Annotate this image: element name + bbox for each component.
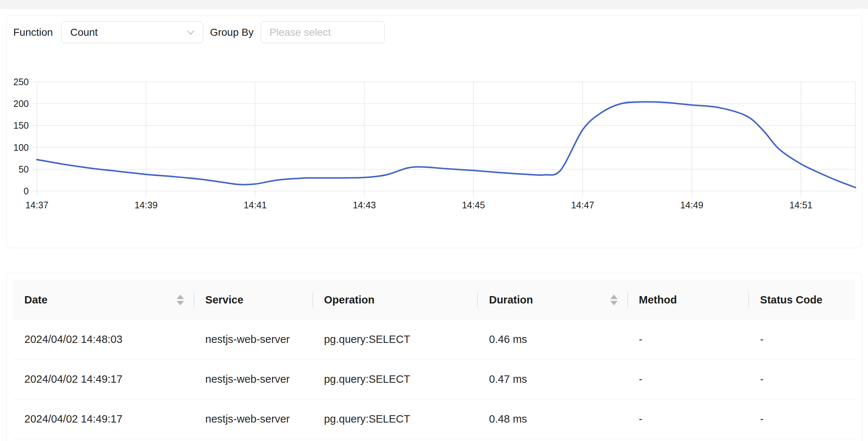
column-header-service: Service [194,280,313,320]
function-select-value: Count [70,27,98,38]
cell-operation: pg.query:SELECT [313,399,478,439]
count-line-chart[interactable]: 05010015020025014:3714:3914:4114:4314:45… [7,16,862,248]
function-select[interactable]: Count [61,21,203,43]
x-axis-tick-label: 14:41 [244,200,267,210]
column-header-label: Date [24,294,48,306]
cell-service: nestjs-web-server [194,360,313,399]
y-axis-tick-label: 200 [13,98,29,109]
column-header-label: Duration [489,294,533,306]
cell-date: 2024/04/02 14:49:17 [13,360,194,399]
y-axis-tick-label: 150 [13,120,29,131]
top-bar [0,0,868,8]
y-axis-tick-label: 50 [18,164,29,174]
cell-date: 2024/04/02 14:48:03 [13,320,194,359]
cell-date: 2024/04/02 14:49:17 [13,399,194,439]
table-row: 2024/04/02 14:49:17nestjs-web-serverpg.q… [13,360,855,399]
traces-table-panel: DateServiceOperationDurationMethodStatus… [6,273,862,441]
table-row: 2024/04/02 14:48:03nestjs-web-serverpg.q… [13,320,855,360]
cell-service: nestjs-web-server [194,320,313,359]
chevron-down-icon [186,28,195,37]
x-axis-tick-label: 14:51 [789,200,813,210]
x-axis-tick-label: 14:47 [571,200,594,210]
function-label: Function [13,27,53,38]
cell-status-code: - [749,360,855,399]
x-axis-tick-label: 14:43 [353,200,376,210]
column-header-label: Service [205,294,243,306]
cell-duration: 0.46 ms [478,320,628,359]
caret-down-icon [610,301,618,305]
column-header-operation: Operation [313,280,478,320]
cell-duration: 0.48 ms [478,399,628,439]
caret-up-icon [610,295,618,299]
table-body: 2024/04/02 14:48:03nestjs-web-serverpg.q… [13,320,855,439]
cell-method: - [628,360,749,399]
cell-operation: pg.query:SELECT [313,320,478,359]
group-by-placeholder: Please select [270,27,331,38]
sorter-icon[interactable] [177,295,184,305]
y-axis-tick-label: 0 [24,186,29,196]
cell-status-code: - [749,399,855,439]
x-axis-tick-label: 14:37 [25,200,49,210]
chart-panel: 05010015020025014:3714:3914:4114:4314:45… [6,15,862,248]
cell-operation: pg.query:SELECT [313,360,478,399]
cell-method: - [628,320,749,359]
caret-down-icon [177,301,184,305]
column-header-label: Method [639,294,677,306]
chart-controls: Function Count Group By Please select [13,21,385,43]
column-header-date[interactable]: Date [13,280,194,320]
x-axis-tick-label: 14:39 [135,200,158,210]
x-axis-tick-label: 14:49 [680,200,704,210]
cell-status-code: - [749,320,855,359]
column-header-label: Status Code [760,294,822,306]
cell-method: - [628,399,749,439]
cell-service: nestjs-web-server [194,399,313,439]
column-header-duration[interactable]: Duration [478,280,628,320]
table-row: 2024/04/02 14:49:17nestjs-web-serverpg.q… [13,399,855,439]
column-header-method: Method [628,280,749,320]
column-header-label: Operation [324,294,375,306]
column-header-status-code: Status Code [749,280,855,320]
x-axis-tick-label: 14:45 [462,200,485,210]
y-axis-tick-label: 100 [13,142,29,153]
cell-duration: 0.47 ms [478,360,628,399]
count-series-line [37,102,855,187]
group-by-select[interactable]: Please select [261,21,385,43]
sorter-icon[interactable] [610,295,618,305]
table-header-row: DateServiceOperationDurationMethodStatus… [13,280,855,320]
caret-up-icon [177,295,184,299]
group-by-label: Group By [210,27,253,38]
y-axis-tick-label: 250 [13,77,29,87]
